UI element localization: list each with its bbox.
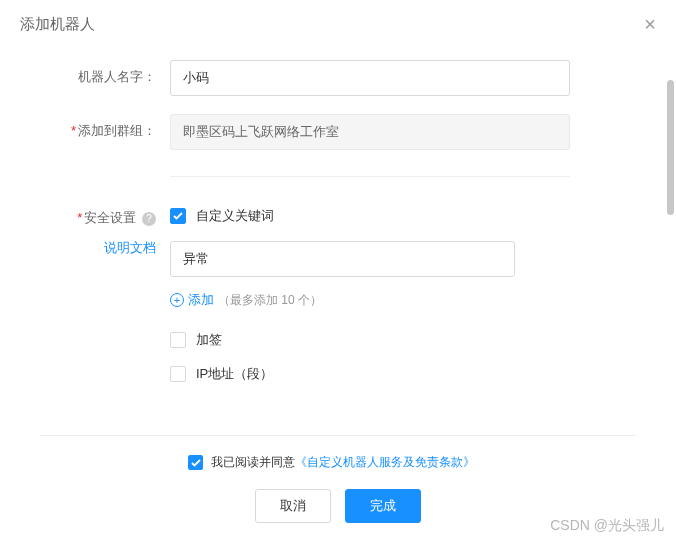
modal-footer: 我已阅读并同意 《自定义机器人服务及免责条款》 取消 完成 [0, 436, 676, 545]
robot-name-input[interactable] [170, 60, 570, 96]
scrollbar-thumb[interactable] [667, 80, 674, 215]
add-keyword-button[interactable]: + 添加 [170, 291, 214, 309]
checkbox-icon-checked [170, 208, 186, 224]
divider [170, 176, 570, 177]
checkbox-icon [170, 366, 186, 382]
label-group: *添加到群组： [20, 114, 170, 140]
modal-header: 添加机器人 × [0, 0, 676, 48]
checkbox-custom-keyword[interactable]: 自定义关键词 [170, 207, 570, 225]
checkbox-label-keyword: 自定义关键词 [196, 207, 274, 225]
checkbox-sign[interactable]: 加签 [170, 331, 570, 349]
close-icon[interactable]: × [644, 14, 656, 34]
row-group: *添加到群组： [20, 114, 636, 150]
checkbox-ip[interactable]: IP地址（段） [170, 365, 570, 383]
button-row: 取消 完成 [40, 489, 636, 523]
help-icon[interactable]: ? [142, 212, 156, 226]
checkbox-icon [170, 332, 186, 348]
modal-body: 机器人名字： *添加到群组： *安全设置 ? 说明文档 [0, 48, 676, 425]
agree-text: 我已阅读并同意 [211, 454, 295, 471]
add-keyword-row: + 添加 （最多添加 10 个） [170, 291, 570, 309]
confirm-button[interactable]: 完成 [345, 489, 421, 523]
label-name: 机器人名字： [20, 60, 170, 86]
agree-link[interactable]: 《自定义机器人服务及免责条款》 [295, 454, 475, 471]
row-name: 机器人名字： [20, 60, 636, 96]
checkbox-label-sign: 加签 [196, 331, 222, 349]
modal-title: 添加机器人 [20, 15, 95, 34]
row-security: *安全设置 ? 说明文档 自定义关键词 + 添加 [20, 207, 636, 399]
add-robot-modal: 添加机器人 × 机器人名字： *添加到群组： *安全设置 ? [0, 0, 676, 545]
group-input [170, 114, 570, 150]
cancel-button[interactable]: 取消 [255, 489, 331, 523]
plus-icon: + [170, 293, 184, 307]
label-security: *安全设置 ? [20, 207, 170, 227]
doc-link[interactable]: 说明文档 [20, 239, 170, 257]
agree-checkbox[interactable] [188, 455, 203, 470]
agree-row: 我已阅读并同意 《自定义机器人服务及免责条款》 [40, 454, 636, 471]
checkbox-label-ip: IP地址（段） [196, 365, 273, 383]
keyword-input[interactable] [170, 241, 515, 277]
add-hint: （最多添加 10 个） [218, 292, 322, 309]
